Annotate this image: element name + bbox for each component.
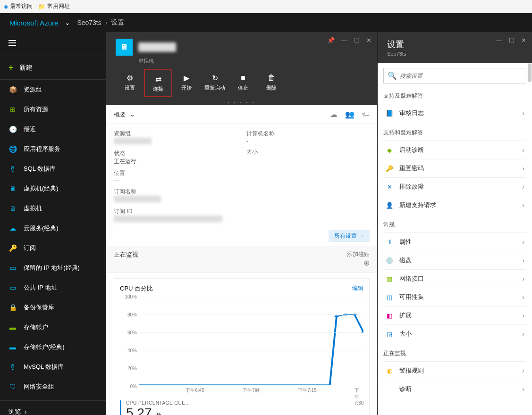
sidebar-item[interactable]: ▭公共 IP 地址 [0, 278, 106, 298]
sidebar-item[interactable]: 🛡网络安全组 [0, 377, 106, 397]
cloud-icon[interactable]: ☁ [330, 110, 338, 119]
resource-group-value [114, 138, 152, 144]
nav-icon: 🛢 [8, 165, 17, 173]
chevron-right-icon: › [522, 367, 524, 374]
sidebar-item[interactable]: 🔒备份保管库 [0, 298, 106, 317]
close-icon[interactable]: ✕ [521, 37, 526, 44]
chevron-down-icon[interactable]: ⌄ [65, 19, 70, 26]
chart-edit-link[interactable]: 编辑 [352, 284, 363, 293]
prop-label: 计算机名称 [246, 130, 370, 138]
x-tick: 下午7时 [243, 387, 260, 394]
toolbar-button[interactable]: ⇄连接 [144, 69, 172, 97]
browse-button[interactable]: 浏览 › [0, 400, 106, 415]
maximize-icon[interactable]: ☐ [509, 37, 515, 44]
browser-bookmarks-bar: ◈最常访问 📁常用网址 [0, 0, 532, 13]
tag-icon[interactable]: 🏷 [362, 110, 370, 119]
sidebar-item[interactable]: 📦资源组 [0, 80, 106, 100]
nav-label: 公共 IP 地址 [24, 283, 57, 292]
settings-section-title: 支持及疑难解答 [383, 92, 526, 100]
settings-item[interactable]: ✕排除故障› [383, 177, 526, 196]
sidebar-item[interactable]: 🕓最近 [0, 119, 106, 139]
sidebar-item[interactable]: ▭保留的 IP 地址(经典) [0, 258, 106, 278]
sidebar-item[interactable]: ▬存储帐户(经典) [0, 337, 106, 357]
sidebar-item[interactable]: 🌐应用程序服务 [0, 139, 106, 159]
settings-item[interactable]: 💿磁盘› [383, 251, 526, 269]
pager-dots: • • • • • [106, 97, 377, 105]
add-tile-button[interactable]: ⊕ [347, 258, 370, 267]
nav-label: 所有资源 [24, 105, 48, 114]
x-tick: 下午7:15 [298, 387, 316, 394]
settings-item[interactable]: 👤新建支持请求› [383, 196, 526, 214]
toolbar-icon: ⚙ [116, 73, 144, 83]
users-icon[interactable]: 👥 [345, 110, 355, 119]
close-icon[interactable]: ✕ [366, 37, 372, 44]
sidebar-item[interactable]: 🛢SQL 数据库 [0, 159, 106, 179]
y-tick: 20% [127, 366, 137, 371]
search-settings-input[interactable]: 🔍 [383, 68, 526, 83]
minimize-icon[interactable]: — [341, 37, 347, 44]
chevron-right-icon: › [105, 19, 108, 26]
prop-label: 订阅名称 [114, 188, 237, 196]
breadcrumb-item[interactable]: Seo73ts [77, 19, 101, 26]
toolbar-button[interactable]: 🗑删除 [257, 69, 286, 97]
settings-item[interactable]: ◲大小› [383, 324, 526, 343]
prop-label: 大小 [246, 148, 370, 156]
y-tick: 0% [130, 384, 137, 389]
setting-icon: ⦀ [385, 238, 394, 246]
size-value [246, 156, 370, 163]
nav-label: 备份保管库 [24, 303, 54, 312]
setting-label: 诊断 [399, 385, 412, 393]
prop-label: 位置 [114, 169, 237, 177]
minimize-icon[interactable]: — [496, 37, 502, 44]
sidebar-item[interactable]: ☁云服务(经典) [0, 218, 106, 238]
sidebar-item[interactable]: 🖥虚拟机 [0, 199, 106, 218]
scrollbar[interactable] [528, 63, 532, 82]
settings-item[interactable]: ◆启动诊断› [383, 141, 526, 159]
chevron-right-icon: › [522, 385, 524, 393]
bookmark-most-visited[interactable]: ◈最常访问 [4, 2, 33, 10]
x-tick: 下午7:30 [355, 387, 363, 406]
settings-item[interactable]: 📘审核日志› [383, 104, 526, 122]
new-resource-button[interactable]: + 新建 [0, 56, 106, 80]
prop-label: 资源组 [114, 130, 237, 138]
toolbar-button[interactable]: ■停止 [229, 69, 257, 97]
sidebar-item[interactable]: 🛢MySQL 数据库 [0, 357, 106, 377]
chevron-right-icon: › [25, 408, 26, 415]
settings-item[interactable]: ▦网络接口› [383, 269, 526, 288]
settings-item[interactable]: ⦀属性› [383, 232, 526, 251]
settings-item[interactable]: 诊断› [383, 380, 526, 398]
breadcrumb-item[interactable]: 设置 [111, 18, 124, 27]
settings-item[interactable]: ◧扩展› [383, 306, 526, 324]
toolbar-button[interactable]: ⚙设置 [116, 69, 144, 97]
azure-logo[interactable]: Microsoft Azure [9, 19, 58, 27]
toolbar-button[interactable]: ▶开始 [172, 69, 201, 97]
cpu-chart-card[interactable]: CPU 百分比 编辑 100%80%60%40%20%0% [114, 278, 370, 415]
toolbar-label: 连接 [145, 85, 171, 92]
y-tick: 60% [127, 330, 137, 335]
computer-name-value: - [246, 138, 370, 144]
svg-point-0 [334, 315, 339, 317]
settings-blade: — ☐ ✕ 设置 Seo73ts 🔍 支持及疑难解答📘审核日志›支持和疑难解答◆… [378, 32, 532, 415]
y-tick: 100% [125, 294, 137, 299]
nav-label: 应用程序服务 [24, 145, 60, 153]
toolbar-button[interactable]: ↻重新启动 [201, 69, 229, 97]
settings-item[interactable]: ◫可用性集› [383, 288, 526, 306]
hamburger-menu[interactable] [0, 32, 106, 56]
setting-label: 重置密码 [399, 164, 424, 173]
setting-icon: 👤 [385, 201, 394, 209]
sidebar-item[interactable]: 🔑订阅 [0, 238, 106, 258]
bookmark-common-sites[interactable]: 📁常用网址 [38, 2, 70, 10]
overview-heading[interactable]: 概要 ⌄ [114, 110, 135, 119]
pin-icon[interactable]: 📌 [327, 37, 335, 44]
sidebar-item[interactable]: 🖥虚拟机(经典) [0, 179, 106, 199]
top-header: Microsoft Azure ⌄ Seo73ts › 设置 [0, 13, 532, 32]
all-settings-link[interactable]: 所有设置 → [329, 230, 370, 242]
settings-item[interactable]: 🔑重置密码› [383, 159, 526, 177]
maximize-icon[interactable]: ☐ [354, 37, 360, 44]
settings-item[interactable]: ◐警报规则› [383, 361, 526, 380]
nav-icon: 🛢 [8, 363, 17, 371]
setting-label: 网络接口 [399, 274, 424, 283]
sidebar-item[interactable]: ⊞所有资源 [0, 100, 106, 119]
sidebar-item[interactable]: ▬存储帐户 [0, 317, 106, 337]
nav-label: 最近 [24, 125, 36, 133]
